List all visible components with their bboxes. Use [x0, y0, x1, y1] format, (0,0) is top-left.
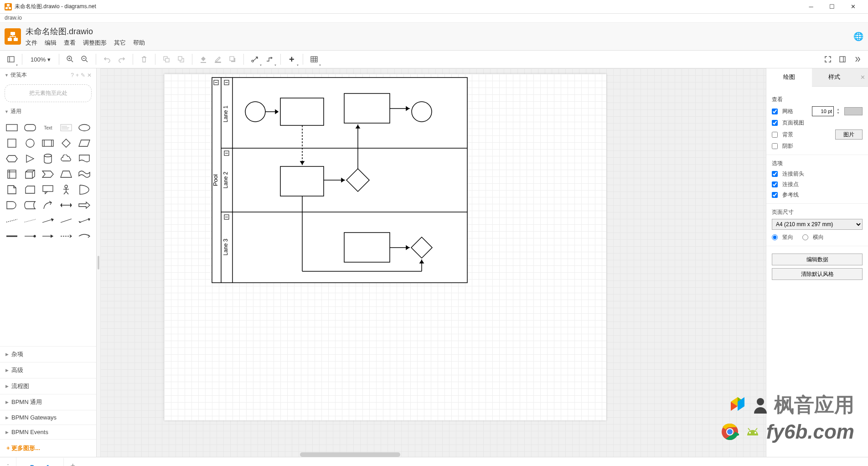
conn-points-checkbox[interactable] [772, 181, 778, 187]
grid-step-up[interactable]: ▲ [837, 108, 840, 111]
shape-tape[interactable] [77, 168, 92, 180]
shape-conn-3[interactable] [59, 230, 73, 242]
shape-data-storage[interactable] [23, 199, 37, 211]
start-event[interactable] [245, 102, 265, 122]
page-tab-current[interactable]: Page-1 [16, 457, 64, 466]
landscape-radio[interactable] [802, 234, 808, 240]
shape-line-arrow-2[interactable] [59, 215, 73, 227]
minimize-button[interactable]: ─ [801, 0, 822, 14]
menu-arrange[interactable]: 调整图形 [83, 39, 107, 47]
shape-dotted-line[interactable] [23, 215, 37, 227]
category-bpmn-general[interactable]: ▶BPMN 通用 [0, 394, 96, 410]
shape-note[interactable] [5, 184, 19, 196]
shape-rect[interactable] [5, 122, 19, 134]
to-front-button[interactable] [160, 53, 173, 66]
panel-close-icon[interactable]: ✕ [857, 68, 868, 86]
canvas-area[interactable]: Pool Lane 1 Lane 2 Lane 3 [100, 68, 766, 457]
shape-actor[interactable] [59, 184, 73, 196]
scratchpad-help-icon[interactable]: ? [71, 72, 74, 78]
shape-process[interactable] [41, 137, 56, 149]
menu-file[interactable]: 文件 [26, 39, 37, 47]
shape-line-arrow-1[interactable] [41, 215, 56, 227]
shape-thick-line[interactable] [5, 230, 19, 242]
fill-color-button[interactable] [197, 53, 210, 66]
shape-circle[interactable] [23, 137, 37, 149]
shape-curve-arrow[interactable] [41, 199, 56, 211]
page-size-select[interactable]: A4 (210 mm x 297 mm) [772, 219, 863, 230]
grid-step-down[interactable]: ▼ [837, 111, 840, 115]
task-1[interactable] [280, 98, 324, 125]
menu-extras[interactable]: 其它 [114, 39, 126, 47]
shape-bidir-arrow[interactable] [59, 199, 73, 211]
close-window-button[interactable]: ✕ [842, 0, 863, 14]
reset-style-button[interactable]: 清除默认风格 [772, 268, 863, 280]
conn-arrows-checkbox[interactable] [772, 171, 778, 177]
sidebar-splitter[interactable] [97, 68, 100, 457]
grid-size-input[interactable] [812, 106, 834, 116]
shape-arrow-block[interactable] [77, 199, 92, 211]
scratchpad-header[interactable]: ▼便笺本 ?+✎✕ [0, 68, 96, 82]
shape-conn-4[interactable] [77, 230, 92, 242]
background-checkbox[interactable] [772, 132, 778, 138]
portrait-radio[interactable] [772, 234, 778, 240]
line-color-button[interactable] [212, 53, 224, 66]
grid-color-swatch[interactable] [844, 107, 863, 115]
category-bpmn-events[interactable]: ▶BPMN Events [0, 425, 96, 439]
more-shapes-button[interactable]: + 更多图形... [0, 439, 96, 457]
category-advanced[interactable]: ▶高级 [0, 362, 96, 378]
scratchpad-edit-icon[interactable]: ✎ [81, 72, 85, 78]
category-bpmn-gateways[interactable]: ▶BPMN Gateways [0, 410, 96, 425]
collapse-expand-button[interactable] [851, 53, 863, 66]
shape-rounded-rect[interactable] [23, 122, 37, 134]
shape-cloud[interactable] [59, 153, 73, 165]
shape-parallelogram[interactable] [77, 137, 92, 149]
guides-checkbox[interactable] [772, 192, 778, 198]
shape-conn-1[interactable] [23, 230, 37, 242]
to-back-button[interactable] [175, 53, 187, 66]
connection-button[interactable]: ▼ [248, 53, 261, 66]
shape-conn-2[interactable] [41, 230, 56, 242]
redo-button[interactable] [115, 53, 128, 66]
delete-button[interactable] [138, 53, 150, 66]
shape-line-bidir[interactable] [77, 215, 92, 227]
language-icon[interactable]: 🌐 [853, 31, 863, 41]
zoom-level[interactable]: 100% ▾ [27, 56, 54, 63]
insert-button[interactable]: +▼ [285, 53, 298, 66]
shape-trapezoid[interactable] [59, 168, 73, 180]
undo-button[interactable] [101, 53, 114, 66]
document-title[interactable]: 未命名绘图.drawio [26, 26, 145, 37]
category-flowchart[interactable]: ▶流程图 [0, 378, 96, 394]
shape-step[interactable] [41, 168, 56, 180]
pages-menu-icon[interactable]: ⋮ [0, 457, 16, 466]
scratchpad-dropzone[interactable]: 把元素拖至此处 [5, 84, 92, 102]
sidebar-toggle-button[interactable]: ▼ [5, 53, 17, 66]
shape-ellipse[interactable] [77, 122, 92, 134]
shape-hexagon[interactable] [5, 153, 19, 165]
image-button[interactable]: 图片 [835, 129, 863, 140]
task-4[interactable] [344, 233, 390, 262]
shape-square[interactable] [5, 137, 19, 149]
tab-style[interactable]: 样式 [812, 68, 858, 86]
maximize-button[interactable]: ☐ [822, 0, 842, 14]
category-misc[interactable]: ▶杂项 [0, 346, 96, 362]
shape-text[interactable]: Text [41, 122, 56, 134]
shape-or[interactable] [77, 184, 92, 196]
zoom-in-button[interactable] [64, 53, 77, 66]
waypoint-button[interactable]: ▼ [263, 53, 276, 66]
task-3[interactable] [280, 166, 324, 196]
format-panel-button[interactable] [836, 53, 849, 66]
table-button[interactable]: ▼ [308, 53, 320, 66]
shape-cube[interactable] [23, 168, 37, 180]
edit-data-button[interactable]: 编辑数据 [772, 254, 863, 265]
shape-document[interactable] [77, 153, 92, 165]
end-event[interactable] [412, 102, 432, 122]
shape-triangle[interactable] [23, 153, 37, 165]
shape-cylinder[interactable] [41, 153, 56, 165]
horizontal-scrollbar[interactable] [300, 452, 400, 457]
shape-diamond[interactable] [59, 137, 73, 149]
add-page-button[interactable]: + [64, 457, 82, 466]
shape-textbox[interactable] [59, 122, 73, 134]
shape-and[interactable] [5, 199, 19, 211]
zoom-out-button[interactable] [78, 53, 91, 66]
shape-internal-storage[interactable] [5, 168, 19, 180]
